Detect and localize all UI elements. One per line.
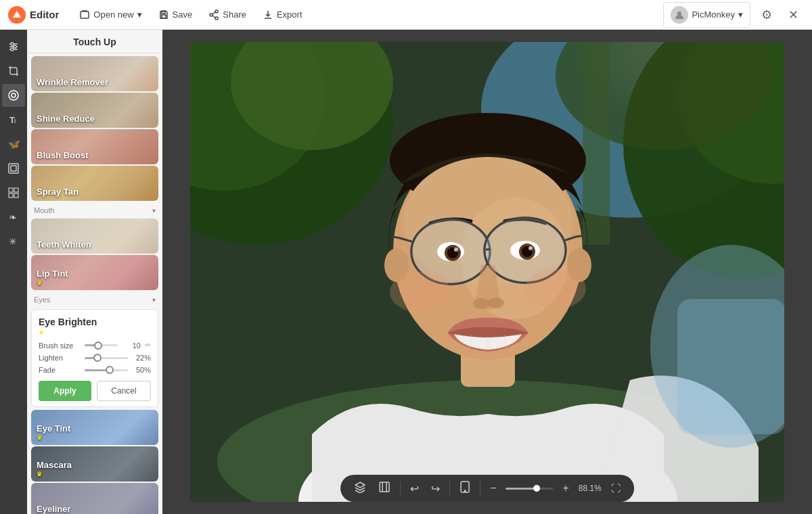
svg-point-65 xyxy=(525,268,586,309)
top-bar-right: PicMonkey ▾ ⚙ ✕ xyxy=(663,2,804,28)
svg-point-58 xyxy=(528,246,533,250)
cancel-button[interactable]: Cancel xyxy=(97,381,151,401)
svg-rect-37 xyxy=(583,42,610,245)
svg-line-8 xyxy=(212,16,215,18)
zoom-value: 88.1% xyxy=(579,484,602,493)
svg-point-6 xyxy=(210,14,212,16)
svg-point-59 xyxy=(473,298,489,309)
logo-icon xyxy=(8,6,26,24)
tool-item-mascara[interactable]: Mascara ♛ xyxy=(31,446,158,482)
svg-point-64 xyxy=(390,272,451,312)
undo-button[interactable]: ↩ xyxy=(407,481,422,496)
brush-size-row: Brush size 10 ✏ xyxy=(39,341,151,350)
svg-point-72 xyxy=(464,490,466,492)
eye-tint-crown-icon: ♛ xyxy=(37,434,70,441)
rail-frames-button[interactable] xyxy=(2,157,25,180)
rail-text-button[interactable]: T t xyxy=(2,108,25,131)
phone-preview-button[interactable] xyxy=(457,480,473,497)
toolbar-separator-2 xyxy=(449,482,450,495)
lighten-slider[interactable] xyxy=(85,357,128,359)
save-button[interactable]: Save xyxy=(150,6,201,24)
svg-rect-26 xyxy=(14,193,18,197)
svg-text:🦋: 🦋 xyxy=(8,139,20,150)
brush-size-edit-icon[interactable]: ✏ xyxy=(145,341,151,350)
svg-marker-0 xyxy=(13,11,21,18)
svg-point-5 xyxy=(215,17,218,20)
tool-item-shine-reduce[interactable]: Shine Reduce xyxy=(31,93,158,128)
svg-rect-3 xyxy=(162,11,165,14)
eyes-section-header[interactable]: Eyes ▾ xyxy=(27,291,162,306)
svg-rect-23 xyxy=(9,188,13,192)
fade-slider[interactable] xyxy=(85,369,128,371)
tool-item-spray-tan[interactable]: Spray Tan xyxy=(31,166,158,201)
rail-extras-button[interactable]: ✳ xyxy=(2,230,25,253)
toolbar-separator-1 xyxy=(400,482,401,495)
crop-canvas-button[interactable] xyxy=(376,480,393,497)
active-tool-panel: Eye Brighten ♛ Brush size 10 ✏ Lighten xyxy=(31,309,158,407)
mascara-crown-icon: ♛ xyxy=(37,471,72,477)
export-button[interactable]: Export xyxy=(254,6,311,24)
rail-touchup-button[interactable] xyxy=(2,84,25,107)
active-tool-crown-icon: ♛ xyxy=(39,329,151,335)
svg-text:✳: ✳ xyxy=(9,236,17,247)
svg-point-16 xyxy=(9,91,18,100)
app-name: Editor xyxy=(30,9,59,20)
svg-rect-2 xyxy=(162,15,166,18)
top-bar: Editor Open new ▾ Save Share Export PicM… xyxy=(0,0,812,30)
rail-effects-button[interactable]: 🦋 xyxy=(2,133,25,156)
tool-item-wrinkle-remover[interactable]: Wrinkle Remover xyxy=(31,56,158,91)
svg-point-17 xyxy=(12,93,16,97)
close-button[interactable]: ✕ xyxy=(783,4,804,26)
redo-button[interactable]: ↪ xyxy=(428,481,443,496)
svg-text:t: t xyxy=(14,118,16,124)
svg-point-13 xyxy=(11,43,14,45)
open-new-button[interactable]: Open new ▾ xyxy=(71,6,150,24)
share-button[interactable]: Share xyxy=(200,6,254,24)
tool-item-teeth-whiten[interactable]: Teeth Whiten xyxy=(31,218,158,254)
tool-item-eye-tint[interactable]: Eye Tint ♛ xyxy=(31,410,158,445)
zoom-slider[interactable] xyxy=(505,488,553,490)
zoom-out-button[interactable]: − xyxy=(487,481,499,496)
tool-item-blush-boost[interactable]: Blush Boost xyxy=(31,129,158,164)
svg-line-7 xyxy=(212,12,215,14)
mouth-chevron-icon: ▾ xyxy=(152,207,156,214)
svg-rect-24 xyxy=(14,188,18,192)
svg-point-14 xyxy=(14,45,16,48)
settings-button[interactable]: ⚙ xyxy=(756,4,777,26)
fade-row: Fade 50% xyxy=(39,366,151,374)
tool-item-lip-tint[interactable]: Lip Tint ♛ xyxy=(31,255,158,290)
lip-tint-crown-icon: ♛ xyxy=(37,279,68,286)
picmonkey-account-button[interactable]: PicMonkey ▾ xyxy=(663,2,750,28)
tool-item-eyeliner[interactable]: Eyeliner xyxy=(31,483,158,514)
svg-point-15 xyxy=(11,48,14,51)
rail-crop-button[interactable] xyxy=(2,60,25,83)
brush-size-slider[interactable] xyxy=(85,344,118,346)
avatar xyxy=(671,6,688,24)
rail-textures-button[interactable] xyxy=(2,181,25,204)
svg-text:❧: ❧ xyxy=(9,212,17,223)
rail-elements-button[interactable]: ❧ xyxy=(2,206,25,229)
svg-rect-68 xyxy=(380,482,389,492)
svg-rect-21 xyxy=(9,164,18,173)
svg-rect-25 xyxy=(9,193,13,197)
zoom-fit-button[interactable]: ⛶ xyxy=(608,482,623,495)
rail-adjustments-button[interactable] xyxy=(2,35,25,58)
toolbar-separator-3 xyxy=(480,482,480,495)
main-area: T t 🦋 ❧ ✳ Touch U xyxy=(0,30,812,514)
lighten-row: Lighten 22% xyxy=(39,354,151,362)
layers-button[interactable] xyxy=(351,480,369,497)
bottom-toolbar: ↩ ↪ − + 88.1% ⛶ xyxy=(340,475,634,502)
icon-rail: T t 🦋 ❧ ✳ xyxy=(0,30,27,514)
eyes-chevron-icon: ▾ xyxy=(152,296,156,304)
zoom-in-button[interactable]: + xyxy=(560,481,571,496)
svg-rect-1 xyxy=(81,11,89,18)
svg-point-54 xyxy=(454,248,458,252)
apply-button[interactable]: Apply xyxy=(39,381,91,401)
mouth-section-header[interactable]: Mouth ▾ xyxy=(27,202,162,217)
canvas-area: ↩ ↪ − + 88.1% ⛶ xyxy=(162,30,812,514)
photo-canvas xyxy=(190,42,784,502)
sidebar-title: Touch Up xyxy=(27,30,162,53)
sidebar-scroll: Wrinkle Remover Shine Reduce Blush Boost… xyxy=(27,53,162,514)
svg-point-60 xyxy=(488,298,504,308)
svg-point-4 xyxy=(215,10,218,13)
